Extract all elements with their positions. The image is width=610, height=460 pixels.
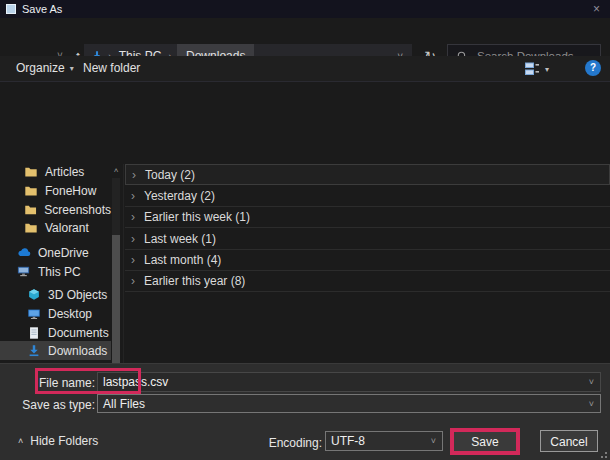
onedrive-icon — [16, 245, 31, 260]
sidebar-item-this-pc[interactable]: This PC — [0, 262, 111, 281]
encoding-chevron-icon: ˅ — [431, 436, 436, 446]
group-chevron-icon[interactable]: › — [131, 253, 135, 267]
group-row-earlier-this-week[interactable]: › Earlier this week (1) — [125, 207, 610, 228]
file-name-combobox[interactable]: ˅ — [97, 372, 601, 392]
group-row-last-week[interactable]: › Last week (1) — [125, 229, 610, 250]
download-icon — [27, 344, 41, 358]
sidebar-item-screenshots[interactable]: Screenshots — [0, 200, 111, 219]
sidebar-item-downloads[interactable]: Downloads — [0, 341, 111, 360]
sidebar-item-articles[interactable]: Articles — [0, 162, 111, 181]
help-icon[interactable]: ? — [585, 60, 601, 76]
group-row-last-month[interactable]: › Last month (4) — [125, 250, 610, 271]
file-name-label: File name: — [38, 376, 95, 390]
views-icon — [524, 61, 540, 77]
file-name-chevron-icon[interactable]: ˅ — [589, 377, 594, 387]
hide-folders-button[interactable]: ˄ Hide Folders — [18, 434, 98, 448]
save-as-type-select[interactable]: All Files ˅ — [97, 394, 601, 413]
folder-icon — [24, 165, 38, 179]
group-row-today[interactable]: › Today (2) — [125, 164, 610, 185]
file-name-input[interactable] — [98, 374, 589, 390]
annotation-save: Save — [450, 428, 520, 455]
folder-icon — [24, 221, 38, 235]
group-chevron-icon[interactable]: › — [131, 210, 135, 224]
hide-folders-caret-icon: ˄ — [18, 436, 23, 446]
computer-icon — [16, 264, 31, 279]
sidebar-item-desktop[interactable]: Desktop — [0, 304, 111, 323]
save-as-type-chevron-icon: ˅ — [589, 399, 594, 409]
sidebar-scroll-up-icon[interactable]: ˄ — [109, 165, 123, 177]
save-as-type-label: Save as type: — [18, 398, 95, 412]
close-icon[interactable]: × — [593, 0, 600, 18]
group-chevron-icon[interactable]: › — [131, 232, 135, 246]
group-row-earlier-this-year[interactable]: › Earlier this year (8) — [125, 271, 610, 292]
cancel-button[interactable]: Cancel — [540, 430, 598, 452]
sidebar-item-3d-objects[interactable]: 3D Objects — [0, 285, 111, 304]
encoding-label: Encoding: — [258, 436, 322, 450]
desktop-icon — [27, 307, 41, 321]
window-icon — [6, 4, 16, 14]
organize-caret-icon: ▾ — [70, 64, 74, 73]
document-icon — [27, 326, 41, 340]
address-bar: ← → ˅ ↑ › This PC › Downloads ˅ ↻ — [0, 18, 610, 56]
save-button[interactable]: Save — [454, 432, 516, 451]
window-title: Save As — [22, 0, 62, 18]
new-folder-button[interactable]: New folder — [83, 56, 140, 81]
folder-icon — [24, 203, 37, 217]
sidebar-item-documents[interactable]: Documents — [0, 323, 111, 342]
group-chevron-icon[interactable]: › — [131, 274, 135, 288]
views-button[interactable]: ▾ — [524, 61, 549, 77]
folder-icon — [24, 184, 38, 198]
group-chevron-icon[interactable]: › — [132, 168, 136, 182]
command-toolbar: Organize▾ New folder ▾ ? — [0, 56, 610, 82]
sidebar-item-fonehow[interactable]: FoneHow — [0, 181, 111, 200]
encoding-select[interactable]: UTF-8 ˅ — [325, 431, 443, 451]
group-chevron-icon[interactable]: › — [131, 189, 135, 203]
organize-button[interactable]: Organize▾ — [16, 56, 74, 81]
title-bar: Save As × — [0, 0, 610, 18]
cube-icon — [27, 288, 41, 302]
save-as-dialog: Save As × ← → ˅ ↑ › This PC › Downloads … — [0, 0, 610, 460]
views-caret-icon: ▾ — [545, 65, 549, 74]
group-row-yesterday[interactable]: › Yesterday (2) — [125, 186, 610, 207]
content-area: Articles FoneHow Screenshots Valorant On… — [0, 82, 610, 363]
sidebar-item-onedrive[interactable]: OneDrive — [0, 243, 111, 262]
resize-grip[interactable] — [599, 450, 607, 458]
sidebar-item-valorant[interactable]: Valorant — [0, 218, 111, 237]
